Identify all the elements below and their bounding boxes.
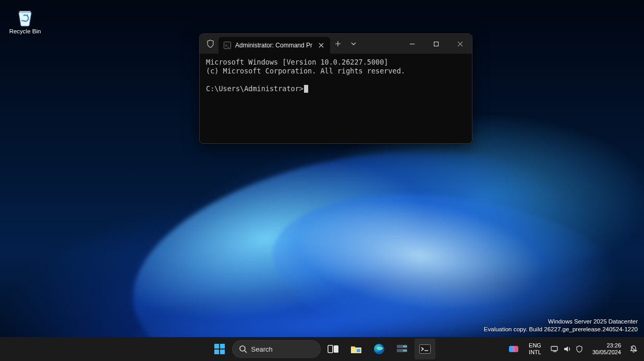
start-button[interactable] xyxy=(209,339,230,359)
terminal-titlebar[interactable]: >_ Administrator: Command Pro xyxy=(200,34,472,54)
svg-rect-2 xyxy=(434,42,438,46)
tab-close-button[interactable] xyxy=(317,41,326,50)
language-indicator[interactable]: ENG INTL xyxy=(525,339,545,359)
security-icon xyxy=(576,345,583,353)
file-explorer-button[interactable] xyxy=(346,339,367,359)
copilot-icon xyxy=(508,344,519,354)
clock-date: 30/05/2024 xyxy=(592,349,621,356)
terminal-taskbar-button[interactable] xyxy=(415,339,435,359)
tab-dropdown-button[interactable] xyxy=(346,41,361,46)
terminal-line: (c) Microsoft Corporation. All rights re… xyxy=(206,67,405,75)
terminal-cursor xyxy=(304,85,308,93)
copilot-tray-icon[interactable] xyxy=(504,339,524,359)
terminal-window[interactable]: >_ Administrator: Command Pro xyxy=(199,33,472,144)
svg-point-7 xyxy=(240,346,245,351)
bell-icon xyxy=(629,345,638,353)
watermark-line2: Evaluation copy. Build 26227.ge_prerelea… xyxy=(484,326,638,334)
system-tray[interactable] xyxy=(546,339,587,359)
svg-rect-8 xyxy=(328,345,333,353)
volume-icon xyxy=(563,345,572,353)
search-placeholder: Search xyxy=(251,345,273,353)
lang-top: ENG xyxy=(529,342,541,349)
taskbar-search[interactable]: Search xyxy=(232,340,321,358)
network-icon xyxy=(551,345,559,353)
clock[interactable]: 23:26 30/05/2024 xyxy=(588,339,625,359)
terminal-prompt: C:\Users\Administrator> xyxy=(206,84,303,93)
svg-rect-17 xyxy=(419,345,430,354)
svg-rect-15 xyxy=(403,346,407,347)
edge-browser-button[interactable] xyxy=(369,339,390,359)
svg-rect-18 xyxy=(551,346,557,351)
search-icon xyxy=(239,345,247,353)
task-view-button[interactable] xyxy=(323,339,344,359)
svg-rect-6 xyxy=(220,350,225,354)
clock-time: 23:26 xyxy=(606,342,621,349)
watermark-line1: Windows Server 2025 Datacenter xyxy=(484,318,638,326)
cmd-icon: >_ xyxy=(224,42,231,49)
svg-rect-3 xyxy=(214,344,219,348)
close-button[interactable] xyxy=(448,34,472,54)
svg-rect-11 xyxy=(357,349,360,352)
recycle-bin-icon xyxy=(15,6,35,27)
server-manager-button[interactable] xyxy=(392,339,412,359)
terminal-tab-title: Administrator: Command Pro xyxy=(235,42,312,49)
terminal-output[interactable]: Microsoft Windows [Version 10.0.26227.50… xyxy=(200,54,472,97)
svg-rect-16 xyxy=(403,350,407,352)
svg-rect-9 xyxy=(334,345,338,353)
taskbar[interactable]: Search ENG INTL xyxy=(0,337,644,361)
svg-rect-5 xyxy=(214,350,219,354)
maximize-button[interactable] xyxy=(424,34,448,54)
svg-rect-4 xyxy=(220,344,225,348)
terminal-line: Microsoft Windows [Version 10.0.26227.50… xyxy=(206,58,388,66)
recycle-bin-label: Recycle Bin xyxy=(6,28,44,34)
svg-text:>_: >_ xyxy=(225,43,230,48)
terminal-tab-active[interactable]: >_ Administrator: Command Pro xyxy=(218,37,330,54)
minimize-button[interactable] xyxy=(400,34,424,54)
notifications-button[interactable] xyxy=(626,339,641,359)
new-tab-button[interactable] xyxy=(330,41,346,47)
lang-bottom: INTL xyxy=(529,349,541,356)
recycle-bin-desktop-icon[interactable]: Recycle Bin xyxy=(6,4,44,34)
build-watermark: Windows Server 2025 Datacenter Evaluatio… xyxy=(484,318,638,334)
shield-icon[interactable] xyxy=(202,40,218,48)
